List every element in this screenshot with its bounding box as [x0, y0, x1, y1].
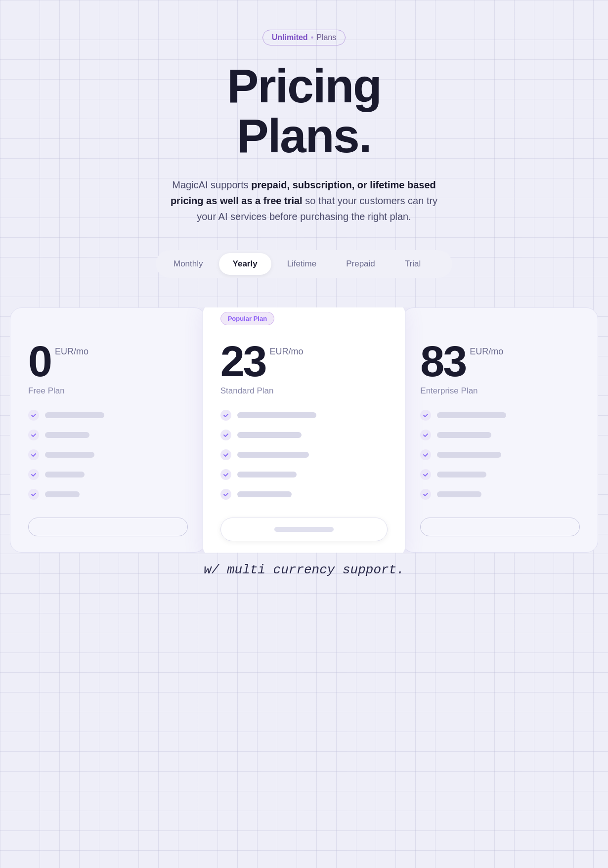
feature-text	[237, 491, 292, 497]
plans-container: 0 EUR/mo Free Plan	[10, 307, 598, 553]
list-item	[420, 430, 580, 440]
standard-price-unit: EUR/mo	[270, 347, 304, 357]
check-icon	[28, 410, 39, 421]
standard-feature-list	[220, 410, 388, 500]
feature-text	[45, 432, 89, 438]
popular-badge: Popular Plan	[220, 312, 274, 325]
badge-dot: •	[311, 33, 314, 42]
list-item	[28, 469, 188, 480]
check-icon	[220, 489, 231, 500]
check-icon	[220, 410, 231, 421]
tab-trial[interactable]: Trial	[391, 253, 434, 275]
feature-text	[45, 452, 94, 458]
check-icon	[28, 430, 39, 440]
standard-plan-name: Standard Plan	[220, 386, 388, 396]
enterprise-price-number: 83	[420, 340, 466, 383]
check-icon	[420, 489, 431, 500]
unlimited-plans-badge: Unlimited • Plans	[262, 30, 346, 45]
check-icon	[420, 469, 431, 480]
check-icon	[220, 449, 231, 460]
standard-plan-cta[interactable]	[220, 518, 388, 541]
tab-monthly[interactable]: Monthly	[160, 253, 217, 275]
list-item	[28, 489, 188, 500]
free-price-row: 0 EUR/mo	[28, 340, 188, 383]
check-icon	[28, 469, 39, 480]
tab-lifetime[interactable]: Lifetime	[273, 253, 331, 275]
feature-text	[437, 432, 491, 438]
feature-text	[437, 452, 501, 458]
feature-text	[45, 491, 80, 497]
list-item	[28, 430, 188, 440]
enterprise-feature-list	[420, 410, 580, 500]
tab-prepaid[interactable]: Prepaid	[332, 253, 389, 275]
list-item	[220, 430, 388, 440]
plan-card-standard: Popular Plan 23 EUR/mo Standard Plan	[202, 307, 406, 553]
tab-yearly[interactable]: Yearly	[219, 253, 271, 275]
billing-tabs: Monthly Yearly Lifetime Prepaid Trial	[156, 250, 452, 278]
feature-text	[237, 452, 309, 458]
check-icon	[28, 449, 39, 460]
free-price-number: 0	[28, 340, 51, 383]
free-plan-name: Free Plan	[28, 386, 188, 396]
enterprise-price-row: 83 EUR/mo	[420, 340, 580, 383]
feature-text	[437, 491, 481, 497]
list-item	[420, 469, 580, 480]
free-price-unit: EUR/mo	[55, 347, 88, 357]
list-item	[220, 449, 388, 460]
list-item	[420, 410, 580, 421]
enterprise-plan-name: Enterprise Plan	[420, 386, 580, 396]
badge-plans-text: Plans	[316, 33, 336, 42]
badge-unlimited-text: Unlimited	[272, 33, 308, 42]
page-title: Pricing Plans.	[227, 61, 381, 161]
list-item	[220, 469, 388, 480]
free-feature-list	[28, 410, 188, 500]
check-icon	[220, 430, 231, 440]
list-item	[420, 489, 580, 500]
feature-text	[45, 412, 104, 418]
feature-text	[237, 412, 316, 418]
list-item	[420, 449, 580, 460]
standard-price-number: 23	[220, 340, 266, 383]
feature-text	[237, 432, 302, 438]
plans-row: 0 EUR/mo Free Plan	[10, 307, 598, 553]
list-item	[28, 449, 188, 460]
feature-text	[237, 472, 297, 477]
feature-text	[45, 472, 85, 477]
enterprise-plan-cta[interactable]	[420, 518, 580, 536]
check-icon	[220, 469, 231, 480]
list-item	[220, 410, 388, 421]
feature-text	[437, 412, 506, 418]
plan-card-free: 0 EUR/mo Free Plan	[10, 307, 206, 553]
feature-text	[437, 472, 486, 477]
list-item	[28, 410, 188, 421]
footer-currency-note: w/ multi currency support.	[204, 563, 404, 577]
check-icon	[420, 430, 431, 440]
free-plan-cta[interactable]	[28, 518, 188, 536]
check-icon	[420, 449, 431, 460]
plan-card-enterprise: 83 EUR/mo Enterprise Plan	[402, 307, 598, 553]
enterprise-price-unit: EUR/mo	[470, 347, 503, 357]
page-description: MagicAI supports prepaid, subscription, …	[166, 177, 442, 224]
check-icon	[28, 489, 39, 500]
list-item	[220, 489, 388, 500]
standard-price-row: 23 EUR/mo	[220, 340, 388, 383]
check-icon	[420, 410, 431, 421]
